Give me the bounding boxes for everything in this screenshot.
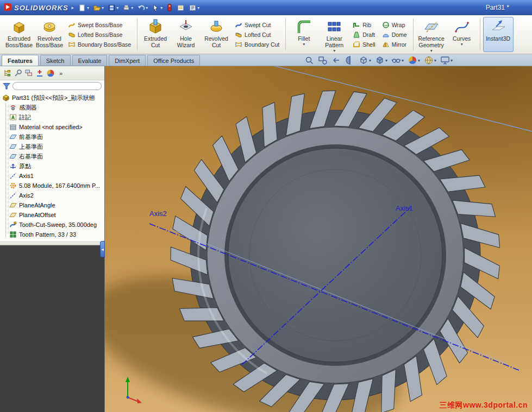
standard-toolbar: ▾ ▾ ▾ ▾ ▾ ▾ ▾ — [77, 2, 201, 14]
axis1-label[interactable]: Axis1 — [396, 204, 413, 212]
tree-item-plane-at-offset[interactable]: PlaneAtOffset — [0, 210, 104, 220]
lofted-cut-icon — [235, 31, 242, 39]
linear-pattern-button[interactable]: Linear Pattern ▾ — [319, 17, 349, 52]
edit-appearance-icon[interactable]: ▾ — [408, 55, 420, 65]
dropdown-caret-icon[interactable]: ▾ — [461, 42, 463, 47]
revolved-boss-button[interactable]: Revolved Boss/Base — [34, 17, 65, 52]
tab-features[interactable]: Features — [2, 55, 39, 66]
options-icon[interactable]: ▾ — [187, 2, 201, 14]
plane-icon — [9, 201, 17, 209]
previous-view-icon[interactable] — [331, 55, 341, 65]
property-manager-icon[interactable] — [14, 69, 22, 78]
sensors-icon — [9, 104, 17, 111]
document-title: Part31 * — [486, 4, 529, 11]
tree-item-plane-at-angle[interactable]: PlaneAtAngle — [0, 200, 104, 210]
feature-manager-icon[interactable] — [3, 69, 11, 78]
revolved-cut-icon — [208, 18, 224, 35]
revolved-cut-button[interactable]: Revolved Cut — [201, 17, 231, 52]
apply-scene-icon[interactable]: ▾ — [424, 55, 436, 65]
filter-funnel-icon[interactable] — [3, 83, 10, 90]
hole-wizard-button[interactable]: Hole Wizard — [171, 17, 201, 52]
cut-small-stack: Swept Cut Lofted Cut Boundary Cut — [231, 17, 283, 52]
tab-sketch[interactable]: Sketch — [40, 55, 71, 66]
hole-wizard-icon — [178, 18, 194, 35]
curves-button[interactable]: Curves ▾ — [447, 17, 477, 52]
lofted-boss-button[interactable]: Lofted Boss/Base — [66, 30, 133, 39]
display-style-icon[interactable]: ▾ — [375, 55, 387, 65]
tree-item-axis1[interactable]: Axis1 — [0, 171, 104, 181]
display-manager-icon[interactable] — [46, 69, 55, 78]
view-settings-icon[interactable]: ▾ — [440, 55, 453, 65]
wrap-button[interactable]: Wrap — [380, 21, 409, 29]
reference-geometry-button[interactable]: Reference Geometry ▾ — [416, 17, 447, 52]
boundary-boss-button[interactable]: Boundary Boss/Base — [66, 40, 133, 49]
swept-boss-button[interactable]: Swept Boss/Base — [66, 21, 133, 29]
dropdown-caret-icon[interactable]: ▾ — [430, 49, 433, 53]
tree-item-tooth-cut-sweep[interactable]: Tooth-Cut-Sweep, 35.000deg — [0, 220, 104, 230]
panel-collapse-handle[interactable]: ◂ — [100, 241, 105, 257]
tree-filter-input[interactable] — [12, 82, 102, 90]
save-icon[interactable]: ▾ — [107, 2, 120, 14]
tree-item-gear-equation[interactable]: 5.08 Module, 167.6400mm P... — [0, 181, 104, 191]
open-icon[interactable]: ▾ — [92, 2, 105, 14]
solidworks-logo-text: SOLIDWORKS — [14, 4, 68, 12]
view-orientation-icon[interactable]: ▾ — [359, 55, 371, 65]
print-icon[interactable]: ▾ — [121, 2, 134, 14]
extruded-boss-button[interactable]: Extruded Boss/Base — [4, 17, 34, 52]
swept-cut-button[interactable]: Swept Cut — [233, 21, 281, 29]
swept-cut-icon — [235, 21, 242, 29]
tree-item-top-plane[interactable]: 上基準面 — [0, 142, 104, 151]
panel-splitter[interactable] — [0, 242, 104, 245]
axis-icon — [9, 192, 17, 199]
tree-item-front-plane[interactable]: 前基準面 — [0, 132, 104, 142]
tree-item-axis2[interactable]: Axis2 — [0, 191, 104, 200]
tab-evaluate[interactable]: Evaluate — [72, 55, 108, 66]
sheet-icon[interactable] — [176, 2, 186, 14]
fillet-button[interactable]: Fillet ▾ — [289, 17, 319, 52]
tree-item-tooth-pattern[interactable]: Tooth Pattern, 33 / 33 — [0, 230, 104, 239]
tab-dimxpert[interactable]: DimXpert — [109, 55, 146, 66]
overflow-chevron-icon[interactable]: » — [59, 70, 62, 77]
tree-item-material[interactable]: Material <not specified> — [0, 122, 104, 132]
boundary-cut-button[interactable]: Boundary Cut — [233, 40, 281, 49]
watermark: 三维网www.3dportal.cn — [440, 401, 528, 410]
curves-icon — [454, 18, 470, 35]
reference-group: Reference Geometry ▾ Curves ▾ — [415, 16, 479, 53]
section-view-icon[interactable] — [345, 55, 355, 65]
mirror-icon — [382, 41, 390, 48]
extruded-cut-button[interactable]: Extruded Cut — [140, 17, 171, 52]
gear-face[interactable] — [228, 148, 442, 362]
configuration-manager-icon[interactable] — [24, 69, 33, 78]
new-document-icon[interactable]: ▾ — [77, 2, 90, 14]
hide-show-icon[interactable]: ▾ — [391, 55, 404, 65]
graphics-viewport[interactable]: Axis2 Axis1 三维网www.3dportal.cn — [105, 66, 532, 412]
instant3d-button[interactable]: Instant3D — [483, 17, 514, 52]
tree-item-annotations[interactable]: 註記 — [0, 112, 104, 122]
undo-icon[interactable]: ▾ — [136, 2, 149, 14]
select-icon[interactable]: ▾ — [151, 2, 164, 14]
lofted-cut-button[interactable]: Lofted Cut — [233, 30, 281, 39]
dropdown-caret-icon[interactable]: ▾ — [333, 49, 335, 53]
rib-button[interactable]: Rib — [351, 21, 377, 29]
axis2-label[interactable]: Axis2 — [149, 210, 167, 218]
pattern-icon — [9, 231, 17, 238]
zoom-area-icon[interactable] — [318, 55, 328, 65]
tab-office-products[interactable]: Office Products — [147, 55, 200, 66]
dropdown-caret-icon[interactable]: ▾ — [303, 42, 305, 47]
menu-expander-icon[interactable]: ▸ — [72, 5, 74, 10]
mirror-button[interactable]: Mirror — [380, 40, 409, 49]
dome-button[interactable]: Dome — [380, 30, 409, 39]
tree-item-sensors[interactable]: 感測器 — [0, 103, 104, 112]
dimxpert-manager-icon[interactable] — [35, 69, 44, 78]
tree-item-right-plane[interactable]: 右基準面 — [0, 151, 104, 161]
zoom-fit-icon[interactable] — [304, 55, 314, 65]
draft-icon — [353, 31, 360, 39]
features-small-stack-2: Wrap Dome Mirror — [379, 17, 410, 52]
tree-item-part[interactable]: Part31 (預設<<預設>_顯示狀態 — [0, 93, 104, 103]
rebuild-icon[interactable] — [165, 2, 174, 14]
sweep-cut-icon — [9, 221, 17, 229]
shell-button[interactable]: Shell — [351, 40, 377, 49]
gear-model[interactable] — [105, 66, 532, 412]
draft-button[interactable]: Draft — [351, 30, 377, 39]
tree-item-origin[interactable]: 原點 — [0, 161, 104, 171]
